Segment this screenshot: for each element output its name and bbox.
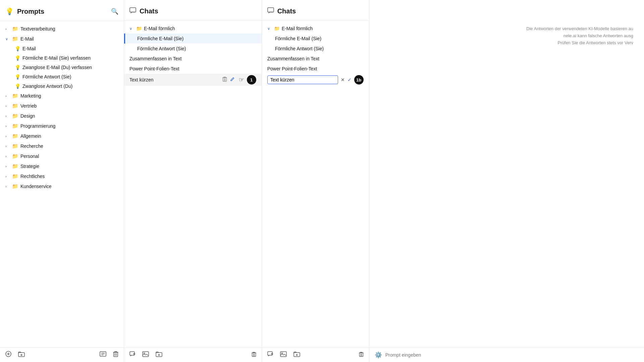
chat-tree-1: ∨ 📁 E-Mail förmlich Förmliche E-Mail (Si… — [124, 21, 262, 348]
svg-rect-12 — [223, 78, 226, 81]
item-label: Programmierung — [20, 123, 55, 129]
sidebar-item-strategie[interactable]: › 📁 Strategie — [0, 161, 124, 171]
chevron-right-icon: › — [5, 154, 10, 158]
item-label: Text kürzen — [129, 77, 220, 82]
sub-item-label: Förmliche Antwort (Sie) — [275, 46, 324, 51]
folder-icon: 📁 — [12, 103, 18, 109]
chevron-right-icon: › — [5, 134, 10, 138]
delete-chat-icon[interactable] — [252, 352, 256, 359]
gear-icon[interactable]: ⚙️ — [375, 351, 382, 359]
image-icon-2[interactable] — [280, 351, 287, 359]
chat-folder-email[interactable]: ∨ 📁 E-Mail förmlich — [124, 23, 262, 34]
sidebar-item-email-folder[interactable]: ∨ 📁 E-Mail — [0, 34, 124, 44]
sidebar-item-zwanglose-email[interactable]: 💡 Zwanglose E-Mail (Du) verfassen — [0, 63, 124, 72]
sidebar-item-personal[interactable]: › 📁 Personal — [0, 151, 124, 161]
chevron-right-icon: › — [5, 94, 10, 98]
new-folder-icon[interactable] — [18, 351, 25, 359]
chat-sub-item-foermliche-antwort[interactable]: Förmliche Antwort (Sie) — [124, 44, 262, 54]
prompt-icon: 💡 — [15, 65, 20, 70]
edit-item-icon[interactable] — [230, 77, 235, 83]
sidebar-item-vertrieb[interactable]: › 📁 Vertrieb — [0, 101, 124, 111]
sidebar-item-textverarbeitung[interactable]: › 📁 Textverarbeitung — [0, 24, 124, 34]
sidebar-item-recherche[interactable]: › 📁 Recherche — [0, 141, 124, 151]
chat-sub-item-foermliche-email[interactable]: Förmliche E-Mail (Sie) — [124, 34, 262, 44]
chevron-right-icon: › — [5, 174, 10, 178]
new-folder-chat-icon[interactable] — [156, 351, 162, 359]
cursor-indicator: ☞ — [239, 76, 244, 83]
new-folder-chat-icon-2[interactable] — [293, 351, 300, 359]
image-icon[interactable] — [142, 351, 149, 359]
new-chat-icon-2[interactable] — [267, 351, 273, 359]
confirm-rename-icon[interactable]: ✓ — [347, 77, 352, 82]
chat-title-2: Chats — [277, 7, 296, 15]
folder-icon: 📁 — [12, 36, 18, 42]
item-label: Strategie — [20, 164, 39, 169]
chat-sub-item-foermliche-email-2[interactable]: Förmliche E-Mail (Sie) — [262, 34, 369, 44]
sub-item-label: Förmliche E-Mail (Sie) — [137, 36, 183, 41]
delete-item-icon[interactable] — [222, 76, 227, 83]
folder-label: E-Mail förmlich — [282, 26, 313, 31]
delete-chat-icon-2[interactable] — [359, 352, 364, 359]
delete-icon[interactable] — [113, 351, 118, 359]
chat-folder-email-2[interactable]: ∨ 📁 E-Mail förmlich — [262, 23, 369, 34]
item-label: Power Point-Folien-Text — [129, 66, 179, 71]
chat-icon — [129, 7, 136, 15]
item-label: Allgemein — [20, 133, 41, 139]
chevron-right-icon: › — [5, 184, 10, 188]
chevron-right-icon: › — [5, 114, 10, 118]
item-label: Zwanglose E-Mail (Du) verfassen — [22, 65, 92, 70]
item-label: Design — [20, 113, 35, 119]
prompts-title: Prompts — [17, 8, 108, 15]
chevron-right-icon: › — [5, 104, 10, 108]
folder-icon: 📁 — [12, 26, 18, 32]
prompt-input-row: ⚙️ — [369, 348, 644, 362]
item-label: Power Point-Folien-Text — [267, 66, 317, 71]
chat-panel-1: Chats ∨ 📁 E-Mail förmlich Förmliche E-Ma… — [124, 0, 262, 362]
svg-rect-10 — [114, 352, 118, 357]
chevron-down-icon: ∨ — [129, 26, 134, 31]
add-icon[interactable] — [5, 351, 11, 359]
rename-input[interactable] — [267, 75, 338, 84]
prompt-icon: 💡 — [15, 55, 20, 61]
step-badge-1b: 1b — [354, 75, 364, 84]
chat-item-powerpoint-2[interactable]: Power Point-Folien-Text — [262, 64, 369, 74]
sidebar-item-programmierung[interactable]: › 📁 Programmierung — [0, 121, 124, 131]
sidebar-item-design[interactable]: › 📁 Design — [0, 111, 124, 121]
item-label: Rechtliches — [20, 174, 45, 179]
sidebar-item-email[interactable]: 💡 E-Mail — [0, 44, 124, 53]
chevron-right-icon: › — [5, 144, 10, 148]
sub-item-label: Förmliche E-Mail (Sie) — [275, 36, 321, 41]
chat-footer-2 — [262, 348, 369, 362]
cancel-rename-icon[interactable]: ✕ — [341, 77, 345, 82]
folder-icon: 📁 — [12, 163, 18, 169]
new-chat-icon[interactable] — [129, 351, 136, 359]
sub-item-label: Förmliche Antwort (Sie) — [137, 46, 186, 51]
sidebar-item-allgemein[interactable]: › 📁 Allgemein — [0, 131, 124, 141]
prompt-input[interactable] — [385, 352, 639, 358]
sidebar-item-foermliche-email[interactable]: 💡 Förmliche E-Mail (Sie) verfassen — [0, 53, 124, 63]
chat-item-text-kuerzen-action[interactable]: Text kürzen ☞ 1 — [124, 74, 262, 86]
chat-header-1: Chats — [124, 0, 262, 21]
sidebar-item-foermliche-antwort[interactable]: 💡 Förmliche Antwort (Sie) — [0, 72, 124, 81]
library-icon[interactable] — [100, 351, 106, 359]
sidebar-item-kundenservice[interactable]: › 📁 Kundenservice — [0, 181, 124, 191]
chat-item-zusammenfassen[interactable]: Zusammenfassen in Text — [124, 54, 262, 64]
chat-item-powerpoint[interactable]: Power Point-Folien-Text — [124, 64, 262, 74]
chat-item-zusammenfassen-2[interactable]: Zusammenfassen in Text — [262, 54, 369, 64]
svg-rect-13 — [130, 352, 135, 355]
sidebar-item-zwanglose-antwort[interactable]: 💡 Zwanglose Antwort (Du) — [0, 81, 124, 91]
chat-sub-item-foermliche-antwort-2[interactable]: Förmliche Antwort (Sie) — [262, 44, 369, 54]
chat-title-1: Chats — [140, 7, 158, 15]
item-label: Vertrieb — [20, 103, 37, 109]
sidebar-item-marketing[interactable]: › 📁 Marketing — [0, 91, 124, 101]
item-label: Marketing — [20, 93, 41, 99]
svg-rect-16 — [143, 352, 149, 357]
item-label: Zusammenfassen in Text — [267, 56, 319, 61]
step-badge-1: 1 — [247, 75, 256, 84]
sidebar-item-rechtliches[interactable]: › 📁 Rechtliches — [0, 171, 124, 181]
svg-rect-23 — [268, 352, 272, 355]
search-icon[interactable]: 🔍 — [111, 8, 118, 15]
item-label: Zusammenfassen in Text — [129, 56, 181, 61]
item-label: E-Mail — [20, 36, 34, 42]
svg-rect-31 — [359, 353, 363, 356]
